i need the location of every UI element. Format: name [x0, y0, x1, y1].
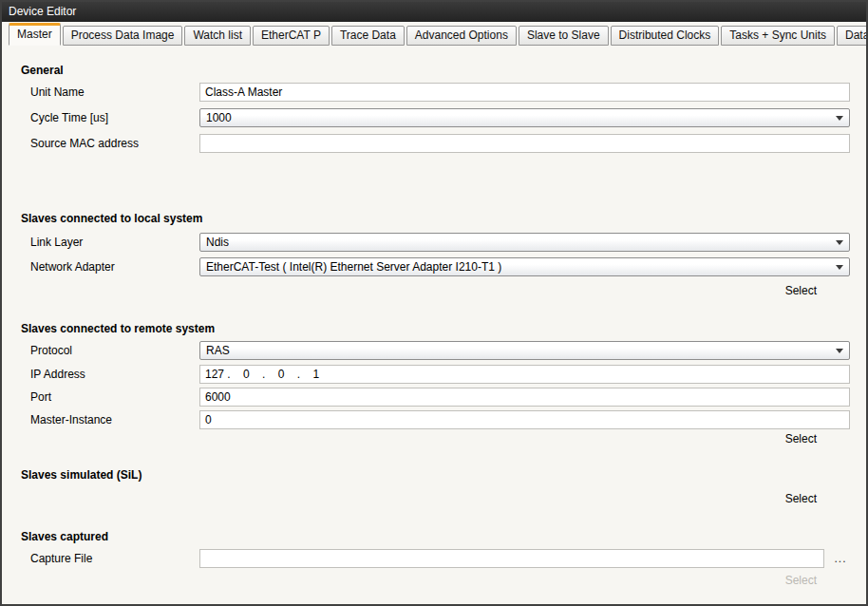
network-adapter-value: EtherCAT-Test ( Intel(R) Ethernet Server…: [206, 260, 501, 274]
section-title-captured: Slaves captured: [21, 530, 108, 543]
tab-watch-list[interactable]: Watch list: [184, 26, 251, 46]
unit-name-input[interactable]: [199, 83, 850, 102]
protocol-label: Protocol: [30, 341, 72, 360]
port-input[interactable]: [199, 388, 850, 407]
network-adapter-label: Network Adapter: [30, 257, 115, 276]
window-title: Device Editor: [2, 2, 866, 22]
source-mac-label: Source MAC address: [30, 134, 139, 153]
select-simulated-slaves-link[interactable]: Select: [199, 492, 817, 505]
cycle-time-value: 1000: [206, 111, 232, 124]
tab-ethercat-p[interactable]: EtherCAT P: [253, 26, 330, 46]
capture-file-input[interactable]: [199, 549, 824, 568]
ip-address-input[interactable]: [199, 365, 850, 384]
device-editor-window: Device Editor Master Process Data Image …: [0, 0, 868, 606]
capture-file-label: Capture File: [30, 549, 92, 568]
link-layer-dropdown[interactable]: Ndis: [199, 233, 850, 252]
capture-file-browse-button[interactable]: ...: [829, 549, 852, 567]
select-captured-slaves-link[interactable]: Select: [199, 574, 817, 587]
tab-strip: Master Process Data Image Watch list Eth…: [9, 23, 864, 46]
protocol-dropdown[interactable]: RAS: [199, 341, 850, 360]
ip-address-label: IP Address: [30, 365, 85, 384]
port-label: Port: [30, 388, 51, 407]
protocol-value: RAS: [206, 344, 230, 357]
tab-master[interactable]: Master: [9, 23, 61, 46]
tab-trace-data[interactable]: Trace Data: [331, 26, 405, 46]
master-instance-label: Master-Instance: [30, 410, 112, 429]
unit-name-label: Unit Name: [30, 83, 85, 102]
section-title-sil: Slaves simulated (SiL): [21, 468, 142, 482]
link-layer-value: Ndis: [206, 236, 229, 249]
cycle-time-label: Cycle Time [us]: [30, 108, 108, 127]
tab-advanced-options[interactable]: Advanced Options: [406, 26, 517, 46]
chevron-down-icon: [836, 265, 843, 270]
section-title-local: Slaves connected to local system: [21, 212, 202, 225]
tab-data-acquisition[interactable]: Data Acquisition: [837, 26, 868, 46]
section-title-general: General: [21, 64, 64, 77]
tab-distributed-clocks[interactable]: Distributed Clocks: [611, 26, 720, 46]
link-layer-label: Link Layer: [30, 233, 83, 252]
network-adapter-dropdown[interactable]: EtherCAT-Test ( Intel(R) Ethernet Server…: [199, 257, 850, 276]
tab-process-data-image[interactable]: Process Data Image: [63, 26, 183, 46]
tab-tasks-sync-units[interactable]: Tasks + Sync Units: [721, 26, 835, 46]
section-title-remote: Slaves connected to remote system: [21, 322, 215, 335]
select-remote-slaves-link[interactable]: Select: [199, 432, 817, 445]
master-instance-input[interactable]: [199, 410, 850, 429]
chevron-down-icon: [836, 349, 843, 353]
cycle-time-dropdown[interactable]: 1000: [199, 108, 850, 127]
select-local-slaves-link[interactable]: Select: [199, 284, 817, 297]
tab-slave-to-slave[interactable]: Slave to Slave: [519, 26, 609, 46]
source-mac-input[interactable]: [199, 134, 850, 153]
chevron-down-icon: [836, 116, 843, 121]
chevron-down-icon: [836, 240, 843, 245]
